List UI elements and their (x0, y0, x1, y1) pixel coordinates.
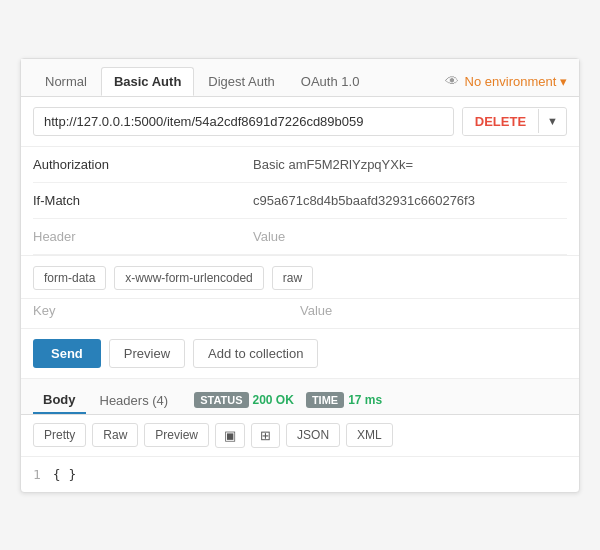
resp-tab-body[interactable]: Body (33, 387, 86, 414)
time-value: 17 ms (348, 393, 382, 407)
tab-basic-auth[interactable]: Basic Auth (101, 67, 194, 96)
btn-pretty[interactable]: Pretty (33, 423, 86, 447)
tab-digest-auth[interactable]: Digest Auth (196, 68, 287, 95)
btn-xml[interactable]: XML (346, 423, 393, 447)
body-code: { } (53, 467, 76, 482)
body-type-section: form-data x-www-form-urlencoded raw (21, 256, 579, 299)
status-code: 200 OK (253, 393, 294, 407)
field-value-authorization: Basic amF5M2RlYzpqYXk= (253, 149, 567, 180)
env-selector[interactable]: No environment ▾ (465, 74, 567, 89)
resp-body-content: 1 { } (21, 457, 579, 492)
wrap-icon-btn[interactable]: ⊞ (251, 423, 280, 448)
btn-raw[interactable]: Raw (92, 423, 138, 447)
field-value-ifmatch: c95a671c8d4b5baafd32931c660276f3 (253, 185, 567, 216)
btn-urlencoded[interactable]: x-www-form-urlencoded (114, 266, 263, 290)
action-buttons: Send Preview Add to collection (21, 329, 579, 379)
status-badge: STATUS 200 OK TIME 17 ms (194, 392, 382, 408)
field-row-ifmatch: If-Match c95a671c8d4b5baafd32931c660276f… (33, 183, 567, 219)
field-row-authorization: Authorization Basic amF5M2RlYzpqYXk= (33, 147, 567, 183)
status-label: STATUS (194, 392, 248, 408)
copy-icon-btn[interactable]: ▣ (215, 423, 245, 448)
field-value-placeholder: Value (253, 221, 567, 252)
field-label-authorization: Authorization (33, 149, 253, 180)
url-input[interactable] (33, 107, 454, 136)
btn-preview-resp[interactable]: Preview (144, 423, 209, 447)
preview-button[interactable]: Preview (109, 339, 185, 368)
tab-oauth[interactable]: OAuth 1.0 (289, 68, 372, 95)
btn-json[interactable]: JSON (286, 423, 340, 447)
time-label: TIME (306, 392, 344, 408)
eye-icon[interactable]: 👁 (445, 73, 459, 89)
key-value-row: Key Value (21, 299, 579, 329)
add-to-collection-button[interactable]: Add to collection (193, 339, 318, 368)
auth-tabs: Normal Basic Auth Digest Auth OAuth 1.0 … (21, 59, 579, 97)
kv-value-placeholder: Value (300, 303, 567, 318)
url-bar: DELETE ▼ (21, 97, 579, 147)
btn-raw[interactable]: raw (272, 266, 313, 290)
auth-fields: Authorization Basic amF5M2RlYzpqYXk= If-… (21, 147, 579, 256)
method-chevron[interactable]: ▼ (538, 109, 566, 133)
tab-normal[interactable]: Normal (33, 68, 99, 95)
field-label-header-placeholder: Header (33, 221, 253, 252)
method-select: DELETE ▼ (462, 107, 567, 136)
field-label-ifmatch: If-Match (33, 185, 253, 216)
send-button[interactable]: Send (33, 339, 101, 368)
field-row-empty: Header Value (33, 219, 567, 255)
response-tabs: Body Headers (4) STATUS 200 OK TIME 17 m… (21, 379, 579, 415)
kv-key-placeholder: Key (33, 303, 300, 318)
resp-body-toolbar: Pretty Raw Preview ▣ ⊞ JSON XML (21, 415, 579, 457)
line-number: 1 (33, 467, 41, 482)
btn-form-data[interactable]: form-data (33, 266, 106, 290)
method-button[interactable]: DELETE (463, 108, 538, 135)
resp-tab-headers[interactable]: Headers (4) (90, 388, 179, 413)
